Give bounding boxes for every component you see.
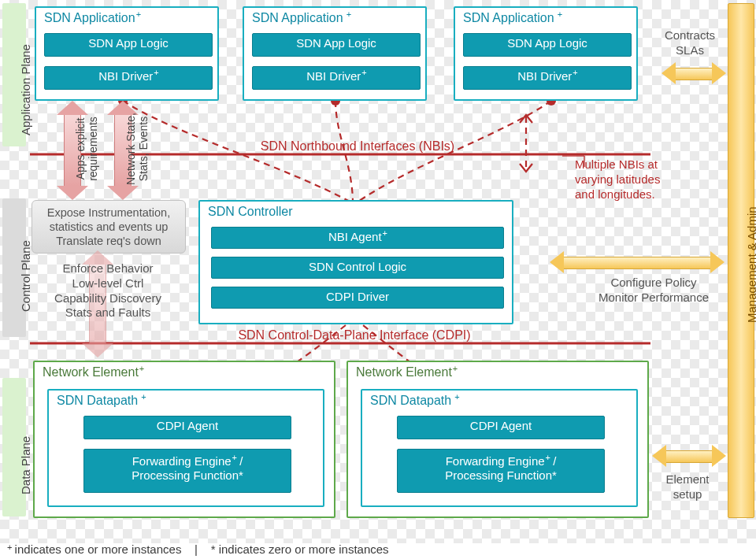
network-element-2-title-text: Network Element <box>356 365 452 379</box>
sdn-app-3-logic: SDN App Logic <box>463 33 632 57</box>
sdn-app-1-title: SDN Application+ <box>44 11 140 25</box>
nbi-agent: NBI Agent+ <box>211 227 504 249</box>
sdn-app-2-logic: SDN App Logic <box>252 33 421 57</box>
sdn-app-1: SDN Application+ SDN App Logic NBI Drive… <box>35 6 219 101</box>
sdn-app-1-title-text: SDN Application <box>44 11 135 24</box>
engine-1: Forwarding Engine+ / Processing Function… <box>83 449 291 493</box>
cdpi-interface-label: SDN Control-Data-Plane Interface (CDPI) <box>189 328 520 343</box>
sdn-app-1-nbi: NBI Driver+ <box>44 66 213 90</box>
sdn-app-3-nbi-text: NBI Driver <box>517 69 572 83</box>
arrow-contracts <box>663 65 724 82</box>
expose-callout: Expose Instrumentation, statistics and e… <box>32 200 186 254</box>
multiple-nbis-note: Multiple NBIs at varying latitudes and l… <box>575 157 701 202</box>
sdn-controller-title: SDN Controller <box>208 205 293 219</box>
nbi-agent-text: NBI Agent <box>328 230 382 243</box>
sdn-control-logic: SDN Control Logic <box>211 257 504 279</box>
sdn-app-2-title: SDN Application + <box>252 11 350 25</box>
plane-app-label: Application Plane <box>19 44 32 135</box>
cdpi-driver: CDPI Driver <box>211 287 504 309</box>
network-element-2-title: Network Element+ <box>356 365 457 379</box>
arrow-apps-down-label: Apps explicit requirements <box>74 106 99 192</box>
arrow-state-up-label: Network State, Stats, Events <box>124 106 150 192</box>
sdn-app-2: SDN Application + SDN App Logic NBI Driv… <box>243 6 427 101</box>
nbi-interface-label: SDN Northbound Interfaces (NBIs) <box>224 139 491 154</box>
enforce-note: Enforce Behavior Low-level Ctrl Capabili… <box>35 261 181 320</box>
arrow-element-setup <box>654 447 724 465</box>
engine-1-line2: Processing Function* <box>132 468 243 482</box>
sdn-app-1-nbi-text: NBI Driver <box>98 69 153 83</box>
sdn-datapath-1-title: SDN Datapath + <box>57 394 146 408</box>
sdn-app-2-title-text: SDN Application <box>252 11 343 24</box>
policy-label: Configure Policy Monitor Performance <box>583 276 724 305</box>
plane-ctrl-label: Control Plane <box>19 240 32 312</box>
sdn-app-2-nbi-text: NBI Driver <box>306 69 361 83</box>
element-setup-label: Element setup <box>652 472 723 502</box>
sdn-app-2-nbi: NBI Driver+ <box>252 66 421 90</box>
sdn-datapath-2-title: SDN Datapath + <box>370 394 459 408</box>
sdn-datapath-2: SDN Datapath + CDPI Agent Forwarding Eng… <box>361 389 638 507</box>
footer-legend: + indicates one or more instances | * in… <box>6 542 389 556</box>
sdn-controller: SDN Controller NBI Agent+ SDN Control Lo… <box>198 200 513 324</box>
network-element-1-title: Network Element+ <box>43 365 143 379</box>
sdn-app-3-title: SDN Application + <box>463 11 561 25</box>
mgmt-label: Management & Admin <box>745 206 756 323</box>
engine-2-line2: Processing Function* <box>445 468 557 482</box>
engine-2-line1: Forwarding Engine <box>446 454 545 468</box>
arrow-policy <box>551 254 723 271</box>
network-element-1: Network Element+ SDN Datapath + CDPI Age… <box>33 361 335 518</box>
sdn-app-3: SDN Application + SDN App Logic NBI Driv… <box>454 6 638 101</box>
plane-data-label: Data Plane <box>19 436 32 494</box>
footer-star: * indicates zero or more instances <box>211 542 389 556</box>
sdn-datapath-1: SDN Datapath + CDPI Agent Forwarding Eng… <box>47 389 324 507</box>
footer-plus: indicates one or more instances <box>15 542 182 556</box>
sdn-app-3-title-text: SDN Application <box>463 11 554 24</box>
footer-sep: | <box>195 542 198 556</box>
contracts-label: Contracts SLAs <box>655 28 724 58</box>
sdn-app-1-logic: SDN App Logic <box>44 33 213 57</box>
engine-2: Forwarding Engine+ / Processing Function… <box>397 449 605 493</box>
cdpi-agent-1: CDPI Agent <box>83 416 291 439</box>
sdn-datapath-2-title-text: SDN Datapath <box>370 394 451 407</box>
sdn-app-3-nbi: NBI Driver+ <box>463 66 632 90</box>
cdpi-agent-2: CDPI Agent <box>397 416 605 439</box>
engine-1-line1: Forwarding Engine <box>132 454 232 468</box>
network-element-1-title-text: Network Element <box>43 365 139 379</box>
sdn-datapath-1-title-text: SDN Datapath <box>57 394 138 407</box>
network-element-2: Network Element+ SDN Datapath + CDPI Age… <box>346 361 649 518</box>
